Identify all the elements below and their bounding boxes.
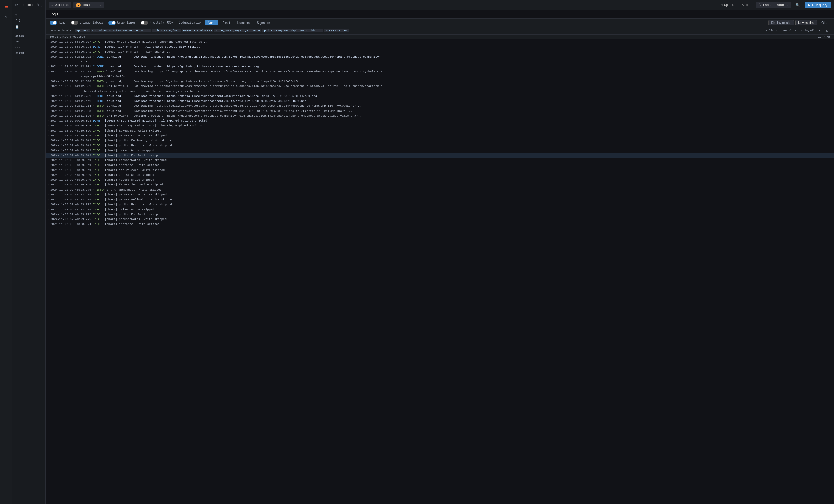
datasource-selector[interactable]: L loki ▾ [73,2,104,8]
image-icon[interactable]: ⊞ [2,23,11,32]
log-line[interactable]: ›2024-11-02 09:48:29.050 INFO[chart] apR… [46,128,834,133]
expand-arrow[interactable]: › [46,79,50,83]
log-line[interactable]: ›2024-11-02 09:52:12.892* DONE[download]… [46,54,834,59]
log-line[interactable]: /tmp/tmp-116-wuSf1KxOk45v ... [46,74,834,79]
expand-arrow[interactable]: › [46,118,50,123]
log-line[interactable]: ›2024-11-02 09:48:23.975 INFO[chart] per… [46,212,834,217]
share-icon[interactable]: ⎘ [37,3,39,7]
expand-arrow[interactable]: › [46,104,50,108]
expand-arrow[interactable]: › [46,188,50,192]
log-line[interactable]: ›2024-11-02 09:48:29.049 INFO[chart] not… [46,177,834,182]
unique-labels-toggle[interactable] [71,21,78,25]
log-line[interactable]: ›2024-11-02 09:48:23.975 INFO[chart] per… [46,192,834,197]
log-line[interactable]: ›2024-11-02 09:48:29.049 INFO[chart] ins… [46,162,834,167]
expand-arrow[interactable]: › [46,168,50,172]
expand-arrow[interactable]: › [46,182,50,187]
expand-arrow[interactable]: › [46,178,50,182]
run-query-btn[interactable]: ▶ Run query [805,2,831,8]
copy-icon[interactable]: ⊞ [824,28,830,34]
log-line[interactable]: ›2024-11-02 09:52:12.381* INFO[url-previ… [46,84,834,89]
expand-arrow[interactable]: › [46,84,50,88]
log-line[interactable]: ›2024-11-02 09:52:12.701* DONE[download]… [46,64,834,69]
expand-arrow[interactable]: › [46,148,50,152]
log-line[interactable]: ›2024-11-02 09:48:29.049 INFO[chart] per… [46,143,834,148]
log-line[interactable]: ›2024-11-02 09:55:00.041 INFO[queue tick… [46,49,834,54]
expand-arrow[interactable]: › [46,153,50,157]
log-line[interactable]: ›2024-11-02 09:48:29.049 INFO[chart] act… [46,168,834,172]
expand-arrow[interactable]: › [46,207,50,212]
sidebar-item-1[interactable]: nection [12,39,45,45]
prettify-json-toggle[interactable] [141,21,148,25]
dedup-exact-btn[interactable]: Exact [220,20,233,25]
expand-arrow[interactable]: › [46,138,50,143]
sidebar-item-3[interactable]: ation [12,50,45,56]
log-line[interactable]: ›2024-11-02 09:52:11.186* INFO[url-previ… [46,113,834,118]
log-line[interactable]: ›2024-11-02 09:55:00.083 DONE[queue tick… [46,44,834,49]
time-toggle[interactable] [50,21,57,25]
expand-arrow[interactable]: › [46,192,50,197]
sidebar-code-icon[interactable]: { } [12,18,45,24]
menu-icon[interactable]: ☰ [2,2,11,11]
wrap-lines-toggle[interactable] [108,21,116,25]
log-line[interactable]: ›2024-11-02 09:48:23.975 INFO[chart] per… [46,217,834,222]
expand-arrow[interactable]: › [46,133,50,138]
expand-arrow[interactable] [46,89,50,90]
expand-arrow[interactable]: › [46,123,50,128]
expand-arrow[interactable]: › [46,173,50,177]
expand-arrow[interactable]: › [46,99,50,103]
time-picker-btn[interactable]: ⏱ Last 1 hour ▾ [756,2,791,8]
dedup-none-btn[interactable]: None [205,20,218,25]
expand-arrow[interactable]: › [46,109,50,113]
dedup-signature-btn[interactable]: Signature [254,20,273,25]
log-line[interactable]: ›2024-11-02 09:52:11.214* INFO[download]… [46,103,834,108]
log-line[interactable]: ›2024-11-02 09:48:29.049 INFO[chart] per… [46,158,834,162]
expand-arrow[interactable]: › [46,54,50,59]
log-line[interactable]: ›2024-11-02 09:50:00.044 INFO[queue chec… [46,123,834,128]
newest-first-btn[interactable]: Newest first [795,20,817,25]
edit-icon[interactable]: ✎ [2,12,11,21]
log-line[interactable]: arts [46,59,834,64]
chevron-down-icon[interactable]: ⌄ [41,3,43,7]
expand-arrow[interactable]: › [46,94,50,98]
expand-arrow[interactable]: › [46,143,50,147]
log-line[interactable]: ›2024-11-02 09:48:29.049 INFO[chart] use… [46,172,834,177]
expand-arrow[interactable]: › [46,114,50,118]
add-btn[interactable]: Add ▾ [739,2,754,8]
expand-arrow[interactable]: › [46,202,50,206]
log-line[interactable]: ›2024-11-02 09:52:11.441* DONE[download]… [46,98,834,103]
expand-arrow[interactable]: › [46,40,50,44]
expand-arrow[interactable] [46,74,50,75]
log-line[interactable]: ›2024-11-02 09:48:29.049 INFO[chart] per… [46,153,834,158]
sidebar-item-2[interactable]: ces [12,45,45,50]
log-line[interactable]: ›2024-11-02 09:55:00.007 INFO[queue chec… [46,39,834,44]
log-line[interactable]: ›2024-11-02 09:48:29.049 INFO[chart] fed… [46,182,834,187]
log-line[interactable]: ›2024-11-02 09:52:11.781* DONE[download]… [46,94,834,98]
log-line[interactable]: ›2024-11-02 09:48:23.975 INFO[chart] per… [46,197,834,202]
download-icon[interactable]: ⬇ [817,28,822,34]
expand-arrow[interactable]: › [46,197,50,202]
expand-arrow[interactable]: › [46,128,50,133]
log-line[interactable]: ›2024-11-02 09:48:29.049 INFO[chart] per… [46,133,834,138]
sidebar-toggle-btn[interactable]: ⇆ [12,11,45,18]
expand-arrow[interactable]: › [46,222,50,226]
log-line[interactable]: ›2024-11-02 09:48:29.049 INFO[chart] dri… [46,148,834,153]
outline-btn[interactable]: ≡ Outline [49,2,71,8]
expand-arrow[interactable]: › [46,217,50,221]
log-line[interactable]: etheus-stack/values.yaml at main · prome… [46,89,834,94]
sidebar-item-0[interactable]: ation [12,33,45,39]
expand-arrow[interactable]: › [46,45,50,49]
log-line[interactable]: ›2024-11-02 09:52:11.203* INFO[download]… [46,108,834,113]
expand-arrow[interactable]: › [46,212,50,216]
log-line[interactable]: ›2024-11-02 09:48:29.049 INFO[chart] per… [46,138,834,143]
zoom-out-btn[interactable]: 🔍 [793,2,803,8]
expand-arrow[interactable]: › [46,158,50,162]
dedup-numbers-btn[interactable]: Numbers [234,20,253,25]
sidebar-doc-icon[interactable]: 📄 [12,24,45,30]
expand-arrow[interactable]: › [46,64,50,69]
log-line[interactable]: ›2024-11-02 09:52:12.613* INFO[download]… [46,69,834,74]
display-results-btn[interactable]: Display results [768,20,794,25]
log-line[interactable]: ›2024-11-02 09:48:23.975 INFO[chart] per… [46,202,834,207]
expand-arrow[interactable]: › [46,50,50,54]
log-line[interactable]: ›2024-11-02 09:50:00.063 DONE[queue chec… [46,118,834,123]
log-line[interactable]: ›2024-11-02 09:48:23.975 INFO[chart] dri… [46,207,834,212]
